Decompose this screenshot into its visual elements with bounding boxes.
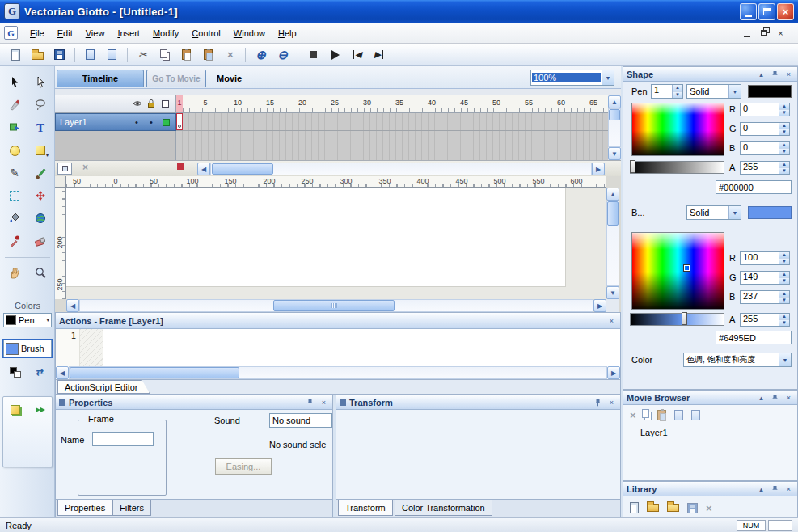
timeline-vertical-scrollbar[interactable]: ▲ ▼ [608,95,621,160]
pen-width-spinner[interactable]: 1 ▲▼ [651,84,683,99]
stage-canvas[interactable] [66,188,566,287]
brush-green-spinner[interactable]: 149▲▼ [740,271,790,285]
go-to-movie-button[interactable]: Go To Movie [146,70,206,87]
layer-lock-dot[interactable]: • [150,117,153,127]
menu-modify[interactable]: Modify [146,25,185,41]
new-folder-button[interactable] [647,504,659,512]
scroll-down-button[interactable]: ▼ [606,286,619,299]
menu-file[interactable]: File [23,25,51,41]
first-frame-button[interactable]: ◀ [347,45,367,64]
eyedropper-tool[interactable] [4,231,25,251]
properties-panel-header[interactable]: Properties × [56,395,332,410]
actions-panel-header[interactable]: Actions - Frame [Layer1] × [56,313,620,329]
copy-button[interactable] [154,45,175,64]
tool-option-button-2[interactable] [30,400,51,420]
script-horizontal-scrollbar[interactable]: ◀ ▶ [56,366,620,379]
tree-item-label[interactable]: Layer1 [640,428,668,437]
zoom-level-combobox[interactable]: 100% ▼ [530,70,614,86]
scrollbar-thumb[interactable] [273,300,395,311]
scroll-up-button[interactable]: ▲ [608,95,621,108]
library-header[interactable]: Library ▴ × [623,482,797,496]
text-tool[interactable]: T [30,118,51,137]
swap-colors-button[interactable]: ⇄ [31,364,49,380]
marquee-tool[interactable] [4,186,25,205]
spinner-arrows-icon[interactable]: ▲▼ [779,142,789,154]
tab-filters[interactable]: Filters [112,500,151,516]
pen-color-selector[interactable]: Pen ▾ [3,313,52,327]
rectangle-tool-flyout-arrow-icon[interactable]: ▾ [46,152,49,158]
hand-tool[interactable] [4,264,25,283]
scroll-right-button[interactable]: ▶ [607,366,620,379]
frames-empty-area[interactable] [176,131,608,160]
lock-layers-icon[interactable] [147,99,155,110]
dropdown-arrow-icon[interactable]: ▼ [779,353,791,366]
ink-bottle-tool[interactable] [30,209,51,228]
close-icon[interactable]: × [606,397,617,407]
stage-horizontal-scrollbar[interactable]: ◀ ▶ [66,299,606,312]
brush-tool[interactable] [30,163,51,183]
easing-button[interactable]: Easing... [215,458,272,475]
browser-find-button[interactable] [674,410,683,420]
layer-visibility-dot[interactable]: • [135,117,138,127]
scroll-left-button[interactable]: ◀ [56,366,69,379]
menu-view[interactable]: View [79,25,112,41]
tree-item-layer1[interactable]: Layer1 [628,428,668,437]
show-hide-layers-icon[interactable] [133,99,142,109]
brush-value-slider[interactable] [630,313,724,326]
stage-viewport[interactable] [66,188,606,299]
brush-color-picker[interactable] [631,232,724,310]
paste-in-place-button[interactable] [198,45,218,64]
browser-paste-button[interactable] [657,410,666,420]
export-movie-button[interactable] [80,45,100,64]
scrollbar-thumb[interactable] [609,109,620,120]
transform-panel-header[interactable]: Transform × [336,395,620,410]
spinner-arrows-icon[interactable]: ▲▼ [779,314,789,326]
pin-icon[interactable] [593,397,603,407]
tab-transform[interactable]: Transform [338,500,393,516]
scroll-down-button[interactable]: ▼ [608,147,621,160]
close-icon[interactable]: × [319,397,329,407]
sound-combobox[interactable]: No sound [269,413,332,428]
tab-actionscript-editor[interactable]: ActionScript Editor [57,380,150,394]
collapse-icon[interactable]: ▴ [756,392,766,403]
dropdown-arrow-icon[interactable]: ▼ [728,206,741,219]
spinner-arrows-icon[interactable]: ▲▼ [779,103,789,116]
frame-name-input[interactable] [92,432,154,446]
brush-color-swatch[interactable] [6,343,19,355]
tab-properties[interactable]: Properties [57,500,112,516]
knife-tool[interactable] [4,95,25,115]
pen-value-slider[interactable] [630,161,724,174]
zoom-in-button[interactable]: ⊕ [251,45,271,64]
timeline-scroll-right-button[interactable]: ▶ [592,163,605,175]
subselection-tool[interactable] [30,73,51,92]
save-document-button[interactable] [49,45,70,64]
playhead-frame-cell[interactable] [176,113,183,130]
script-editor[interactable]: 1 [56,329,620,366]
close-icon[interactable]: × [783,69,794,79]
zoom-tool[interactable] [30,264,51,283]
stage-vertical-scrollbar[interactable]: ▲ ▼ [606,188,619,299]
minimize-button[interactable] [740,3,757,20]
pen-alpha-spinner[interactable]: 255▲▼ [740,161,790,175]
gradient-transform-tool[interactable] [4,118,25,137]
close-icon[interactable]: × [783,392,794,403]
library-delete-button[interactable]: × [706,502,712,514]
menu-edit[interactable]: Edit [51,25,79,41]
pen-hex-input[interactable] [716,180,792,194]
mdi-minimize-button[interactable] [740,27,754,39]
brush-color-selector[interactable]: Brush [3,340,52,357]
layer-outline-color-swatch[interactable] [163,119,170,126]
pen-style-combobox[interactable]: Solid ▼ [686,84,741,99]
menu-insert[interactable]: Insert [111,25,146,41]
library-properties-button[interactable] [687,503,698,513]
brush-slider-handle[interactable] [682,312,687,325]
brush-hex-input[interactable] [716,331,792,344]
scrollbar-thumb[interactable] [607,201,619,226]
timeline-scrollbar-thumb[interactable] [212,163,273,175]
play-button[interactable] [325,45,345,64]
last-frame-button[interactable]: ▶ [369,45,389,64]
title-bar[interactable]: G Vectorian Giotto - [Untitled-1] × [0,0,798,23]
lasso-tool[interactable] [30,95,51,115]
pen-slider-handle[interactable] [630,160,635,173]
default-colors-button[interactable] [6,364,24,380]
